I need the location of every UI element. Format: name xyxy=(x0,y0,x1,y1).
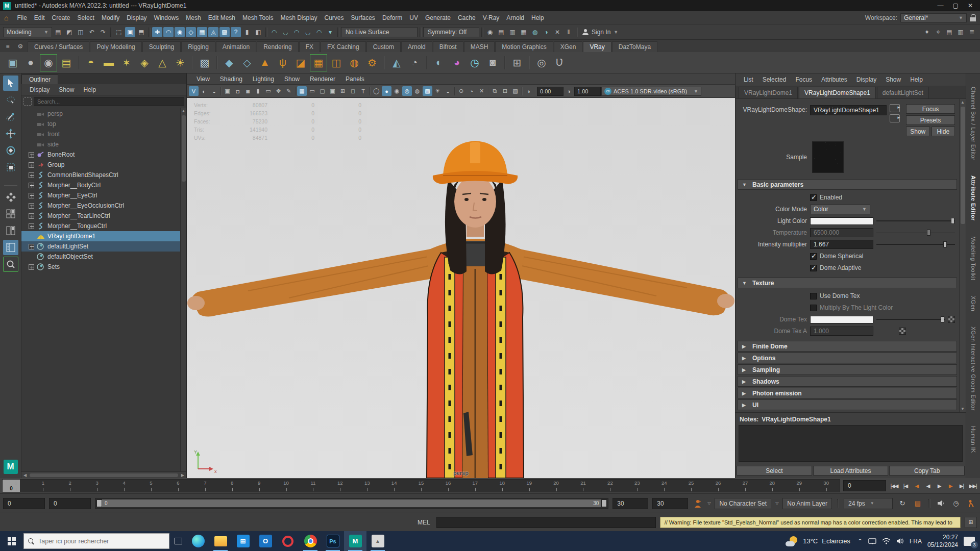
auto-keyframe-icon[interactable] xyxy=(966,498,977,509)
timeline-frame-8[interactable]: 8 xyxy=(218,480,246,492)
outliner-menu-show[interactable]: Show xyxy=(55,86,78,93)
ae-menu-selected[interactable]: Selected xyxy=(758,76,791,83)
undo-icon[interactable]: ↶ xyxy=(87,27,97,37)
timeline-frame-12[interactable]: 12 xyxy=(327,480,354,492)
character-controls-icon[interactable]: ✧ xyxy=(933,27,943,37)
vray-settings-icon[interactable]: ⚙ xyxy=(364,55,380,70)
expand-icon[interactable] xyxy=(29,172,34,178)
menu-select[interactable]: Select xyxy=(74,14,98,21)
anim-layer-dropdown[interactable]: No Anim Layer xyxy=(782,498,832,509)
vray-dome-light-icon[interactable]: ◓ xyxy=(83,55,99,70)
range-start-handle[interactable] xyxy=(96,499,102,507)
timeline-frame-6[interactable]: 6 xyxy=(164,480,191,492)
viewport-menu-lighting[interactable]: Lighting xyxy=(248,76,279,83)
lasso-select-tool[interactable] xyxy=(3,92,18,108)
snap-center-icon[interactable]: ◬ xyxy=(208,27,218,37)
gamma-field[interactable]: 1.00 xyxy=(574,87,601,96)
ae-menu-help[interactable]: Help xyxy=(906,76,927,83)
panel-tab-xgen-interactive-groom-editor[interactable]: XGen Interactive Groom Editor xyxy=(970,327,976,411)
make-live-icon[interactable]: ▩ xyxy=(219,27,230,37)
panel-tab-xgen[interactable]: XGen xyxy=(970,296,976,311)
minimize-button[interactable]: — xyxy=(938,2,944,9)
dome-tex-map-icon[interactable] xyxy=(948,316,955,323)
playback-start-field[interactable]: 0 xyxy=(49,498,91,509)
wireframe-icon[interactable]: ◯ xyxy=(372,86,381,96)
shelf-tab-rendering[interactable]: Rendering xyxy=(257,41,298,52)
viewport-menu-show[interactable]: Show xyxy=(280,76,304,83)
menu-mesh[interactable]: Mesh xyxy=(182,14,204,21)
paint-select-tool[interactable] xyxy=(3,109,18,124)
shelf-tab-sculpting[interactable]: Sculpting xyxy=(142,41,181,52)
dome-tex-swatch[interactable] xyxy=(810,316,873,323)
script-editor-icon[interactable]: ⊞ xyxy=(965,517,977,528)
volume-icon[interactable] xyxy=(896,538,904,544)
channelbox-layout-icon[interactable]: ▤ xyxy=(944,27,954,37)
history-icon-4[interactable]: ◡ xyxy=(303,27,313,37)
timeline-frame-22[interactable]: 22 xyxy=(597,480,624,492)
ae-tab-vraylightdomeshape1[interactable]: VRayLightDomeShape1 xyxy=(799,87,876,98)
menu-curves[interactable]: Curves xyxy=(321,14,348,21)
timeline-frame-19[interactable]: 19 xyxy=(516,480,543,492)
wifi-icon[interactable] xyxy=(882,538,891,544)
enabled-checkbox[interactable] xyxy=(810,194,817,201)
timeline-frame-0[interactable]: 0 xyxy=(3,480,30,492)
outliner-item-morpher-tonguectrl[interactable]: Morpher__TongueCtrl xyxy=(21,221,180,231)
safe-action-icon[interactable]: ◻ xyxy=(348,86,358,96)
shadows-toggle-icon[interactable]: ◒ xyxy=(209,86,219,96)
shelf-tab-custom[interactable]: Custom xyxy=(366,41,401,52)
lock-workspace-icon[interactable] xyxy=(970,14,976,21)
open-scene-icon[interactable]: ◩ xyxy=(64,27,75,37)
textured-icon[interactable]: ◉ xyxy=(392,86,402,96)
viewport-canvas[interactable]: Verts:8080700Edges:16652300Faces:7523000… xyxy=(187,98,735,478)
workspace-dropdown[interactable]: General* ▼ xyxy=(900,13,967,22)
timeline-frame-13[interactable]: 13 xyxy=(354,480,381,492)
vray-volume-icon[interactable]: ◭ xyxy=(389,55,404,70)
outliner-item-top[interactable]: top xyxy=(21,119,180,129)
light-color-swatch[interactable] xyxy=(810,217,873,225)
menu-cache[interactable]: Cache xyxy=(454,14,479,21)
menu-set-dropdown[interactable]: Modeling ▼ xyxy=(3,27,52,37)
clock[interactable]: 20:27 05/12/2024 xyxy=(927,534,958,549)
shelf-tab-motion-graphics[interactable]: Motion Graphics xyxy=(495,41,553,52)
vray-proxy-import-icon[interactable]: ◆ xyxy=(222,55,237,70)
timeline-frame-28[interactable]: 28 xyxy=(758,480,786,492)
timeline-frame-26[interactable]: 26 xyxy=(705,480,732,492)
timeline-frame-30[interactable]: 30 xyxy=(813,480,840,492)
scroll-left-icon[interactable]: ◀ xyxy=(21,473,29,478)
section-photon-emission[interactable]: ▶Photon emission xyxy=(738,388,957,398)
snap-together-icon[interactable]: ? xyxy=(231,27,241,37)
timeline-frame-3[interactable]: 3 xyxy=(84,480,111,492)
ae-tab-vraylightdome1[interactable]: VRayLightDome1 xyxy=(739,87,798,98)
expand-icon[interactable] xyxy=(29,264,34,270)
zoom-tool-button[interactable] xyxy=(3,257,18,272)
timeline-frame-29[interactable]: 29 xyxy=(786,480,813,492)
task-view-button[interactable] xyxy=(169,531,187,551)
snap-mesh-icon[interactable]: ▦ xyxy=(197,27,207,37)
section-ui[interactable]: ▶UI xyxy=(738,399,957,410)
photoshop-icon[interactable]: Ps xyxy=(322,531,344,551)
timeline-frame-27[interactable]: 27 xyxy=(731,480,758,492)
maya-icon[interactable]: M xyxy=(344,531,366,551)
panel-tab-human-ik[interactable]: Human IK xyxy=(970,426,976,453)
pan-zoom-2d-icon[interactable]: ✥ xyxy=(274,86,283,96)
section-finite-dome[interactable]: ▶Finite Dome xyxy=(738,341,957,352)
timeline-frame-2[interactable]: 2 xyxy=(57,480,84,492)
outliner-menu-help[interactable]: Help xyxy=(79,86,100,93)
notification-center-icon[interactable]: 3 xyxy=(964,537,975,546)
vray-cosmos-icon[interactable]: ◷ xyxy=(467,55,482,70)
menu-edit-mesh[interactable]: Edit Mesh xyxy=(205,14,239,21)
show-button[interactable]: Show xyxy=(906,127,930,136)
exposure-icon[interactable]: ◑ xyxy=(524,86,533,96)
shadows-icon[interactable]: ◒ xyxy=(443,86,453,96)
layout-four-diamond-button[interactable] xyxy=(3,189,18,205)
timeline-frame-7[interactable]: 7 xyxy=(191,480,218,492)
scroll-down-icon[interactable]: ▼ xyxy=(961,406,965,412)
snap-plane-icon[interactable]: ◇ xyxy=(186,27,196,37)
cut-icon[interactable]: ✕ xyxy=(552,27,562,37)
dome-tex-a-field[interactable]: 1.000 xyxy=(810,327,873,336)
timeline-frame-25[interactable]: 25 xyxy=(678,480,705,492)
ae-menu-show[interactable]: Show xyxy=(881,76,905,83)
menu-deform[interactable]: Deform xyxy=(379,14,406,21)
shaded-icon[interactable]: ● xyxy=(382,86,391,96)
outliner-item-sets[interactable]: Sets xyxy=(21,262,180,272)
